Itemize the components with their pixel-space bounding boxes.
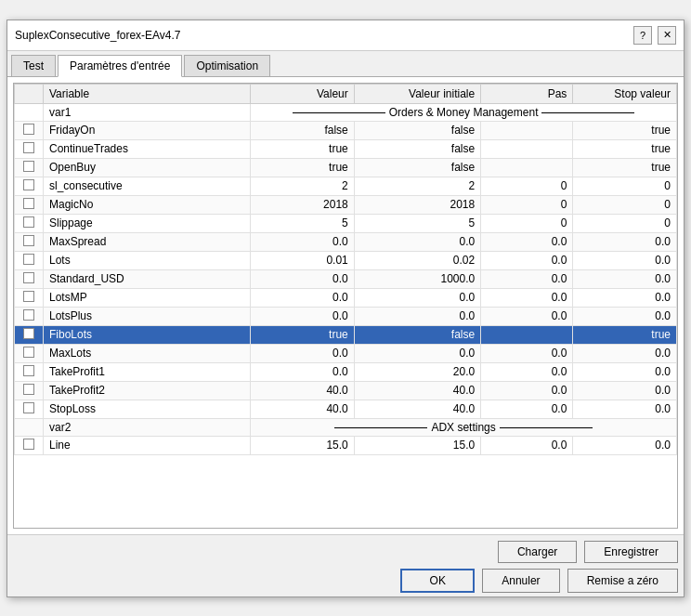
row-valeur: 0.0 (251, 307, 355, 325)
row-checkbox[interactable] (23, 216, 34, 228)
row-stop-valeur: 0.0 (573, 288, 677, 307)
table-row[interactable]: StopLoss40.040.00.00.0 (15, 400, 677, 418)
row-valeur: 5 (251, 214, 355, 232)
row-checkbox[interactable] (23, 439, 34, 450)
table-row[interactable]: var2ADX settings (15, 418, 677, 436)
row-checkbox-cell[interactable] (15, 325, 44, 344)
row-checkbox-cell[interactable] (15, 177, 44, 195)
table-row[interactable]: TakeProfit240.040.00.00.0 (15, 381, 677, 400)
table-row[interactable]: FridayOnfalsefalsetrue (15, 121, 677, 139)
row-variable-name: StopLoss (44, 400, 251, 418)
table-row[interactable]: FiboLotstruefalsetrue (15, 325, 677, 344)
header-valeur-initiale: Valeur initiale (354, 84, 480, 103)
row-checkbox-cell[interactable] (15, 269, 44, 288)
row-valeur-initiale: 2 (354, 177, 480, 195)
table-row[interactable]: Line15.015.00.00.0 (15, 436, 677, 454)
tab-optim[interactable]: Optimisation (184, 55, 270, 76)
table-row[interactable]: MaxSpread0.00.00.00.0 (15, 232, 677, 251)
row-valeur: true (251, 325, 355, 344)
row-variable-name: TakeProfit2 (44, 381, 251, 400)
row-checkbox-cell[interactable] (15, 121, 44, 139)
row-valeur: 0.0 (251, 269, 355, 288)
row-stop-valeur: true (573, 121, 677, 139)
row-pas: 0.0 (481, 344, 573, 362)
row-stop-valeur: true (573, 158, 677, 177)
table-row[interactable]: TakeProfit10.020.00.00.0 (15, 362, 677, 381)
table-row[interactable]: Standard_USD0.01000.00.00.0 (15, 269, 677, 288)
row-pas: 0.0 (481, 362, 573, 381)
row-variable-name: Lots (44, 251, 251, 269)
row-variable-name: ContinueTrades (44, 139, 251, 158)
row-stop-valeur: 0.0 (573, 232, 677, 251)
row-checkbox-cell[interactable] (15, 251, 44, 269)
row-valeur-initiale: 0.0 (354, 344, 480, 362)
row-checkbox-cell[interactable] (15, 307, 44, 325)
row-checkbox[interactable] (23, 365, 34, 376)
row-checkbox[interactable] (23, 235, 34, 246)
row-checkbox-cell[interactable] (15, 232, 44, 251)
row-pas: 0 (481, 214, 573, 232)
tab-params[interactable]: Paramètres d'entrée (58, 55, 182, 77)
tab-content: Variable Valeur Valeur initiale Pas Stop… (7, 77, 684, 534)
row-stop-valeur: 0 (573, 214, 677, 232)
table-row[interactable]: Slippage5500 (15, 214, 677, 232)
row-checkbox-cell[interactable] (15, 400, 44, 418)
row-checkbox[interactable] (23, 198, 34, 209)
row-checkbox[interactable] (23, 161, 34, 172)
row-checkbox[interactable] (23, 347, 34, 358)
row-variable-name: FridayOn (44, 121, 251, 139)
row-valeur: 0.0 (251, 232, 355, 251)
row-stop-valeur: 0.0 (573, 381, 677, 400)
row-stop-valeur: 0.0 (573, 362, 677, 381)
row-variable-name: MaxSpread (44, 232, 251, 251)
row-checkbox[interactable] (23, 254, 34, 265)
row-checkbox[interactable] (23, 142, 34, 153)
row-checkbox-cell[interactable] (15, 381, 44, 400)
row-checkbox-cell[interactable] (15, 214, 44, 232)
close-button[interactable]: ✕ (658, 26, 676, 45)
table-row[interactable]: MagicNo2018201800 (15, 195, 677, 214)
row-checkbox-cell[interactable] (15, 436, 44, 454)
row-checkbox[interactable] (23, 328, 34, 339)
charger-button[interactable]: Charger (498, 541, 577, 563)
enregistrer-button[interactable]: Enregistrer (584, 541, 678, 563)
row-checkbox[interactable] (23, 124, 34, 135)
row-variable-name: Line (44, 436, 251, 454)
row-checkbox[interactable] (23, 272, 34, 283)
row-checkbox-cell[interactable] (15, 139, 44, 158)
row-checkbox-cell[interactable] (15, 158, 44, 177)
tab-test[interactable]: Test (11, 55, 56, 76)
table-row[interactable]: sl_consecutive2200 (15, 177, 677, 195)
row-checkbox[interactable] (23, 309, 34, 321)
row-checkbox[interactable] (23, 291, 34, 302)
row-pas: 0.0 (481, 269, 573, 288)
remise-button[interactable]: Remise a zéro (567, 569, 678, 593)
row-checkbox[interactable] (23, 402, 34, 413)
row-valeur-initiale: false (354, 121, 480, 139)
row-checkbox[interactable] (23, 384, 34, 395)
table-row[interactable]: Lots0.010.020.00.0 (15, 251, 677, 269)
table-row[interactable]: LotsPlus0.00.00.00.0 (15, 307, 677, 325)
row-checkbox-cell[interactable] (15, 344, 44, 362)
row-checkbox[interactable] (23, 179, 34, 190)
annuler-button[interactable]: Annuler (482, 569, 559, 593)
table-row[interactable]: OpenBuytruefalsetrue (15, 158, 677, 177)
params-table-container[interactable]: Variable Valeur Valeur initiale Pas Stop… (13, 83, 678, 529)
row-pas: 0.0 (481, 400, 573, 418)
row-checkbox-cell[interactable] (15, 362, 44, 381)
ok-button[interactable]: OK (400, 569, 475, 593)
header-stop-valeur: Stop valeur (573, 84, 677, 103)
row-variable-name: var2 (44, 418, 251, 436)
row-checkbox-cell[interactable] (15, 288, 44, 307)
table-row[interactable]: MaxLots0.00.00.00.0 (15, 344, 677, 362)
row-pas: 0 (481, 177, 573, 195)
row-valeur-initiale: 40.0 (354, 400, 480, 418)
row-valeur: 0.01 (251, 251, 355, 269)
table-row[interactable]: var1Orders & Money Management (15, 103, 677, 121)
row-checkbox-cell[interactable] (15, 195, 44, 214)
table-row[interactable]: LotsMP0.00.00.00.0 (15, 288, 677, 307)
table-row[interactable]: ContinueTradestruefalsetrue (15, 139, 677, 158)
help-button[interactable]: ? (633, 26, 652, 45)
row-valeur-initiale: 5 (354, 214, 480, 232)
row-stop-valeur: 0 (573, 177, 677, 195)
